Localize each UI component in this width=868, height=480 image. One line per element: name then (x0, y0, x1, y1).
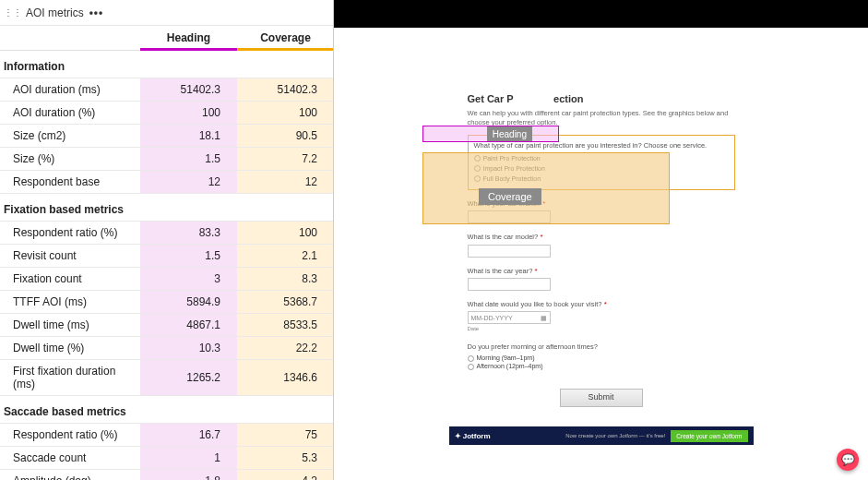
metric-label: AOI duration (%) (0, 102, 140, 125)
metric-value-coverage: 8533.5 (237, 314, 334, 337)
field-car-model: What is the car model? * (468, 233, 735, 257)
col-header-heading[interactable]: Heading (140, 26, 237, 51)
metric-label: Revisit count (0, 245, 140, 268)
metric-value-heading: 1 (140, 447, 237, 470)
metric-value-coverage: 75 (237, 424, 334, 447)
date-hint: Date (468, 326, 735, 333)
label-car-year: What is the car year? (468, 267, 533, 275)
field-car-year: What is the car year? * (468, 267, 735, 291)
metric-value-heading: 4867.1 (140, 314, 237, 337)
metric-label: Size (cm2) (0, 125, 140, 148)
field-visit-date: What date would you like to book your vi… (468, 300, 735, 333)
jotform-text: Now create your own Jotform — it's free! (565, 433, 665, 438)
metric-value-coverage: 12 (237, 171, 334, 194)
calendar-icon[interactable]: ▦ (541, 314, 547, 322)
metric-value-heading: 1.8 (140, 470, 237, 481)
metric-label: Size (%) (0, 148, 140, 171)
metric-value-coverage: 8.3 (237, 268, 334, 291)
metric-value-coverage: 7.2 (237, 148, 334, 171)
drag-handle-icon[interactable]: ⋮⋮ (4, 7, 22, 18)
jotform-cta-button[interactable]: Create your own Jotform (671, 430, 747, 442)
input-visit-date[interactable]: MM-DD-YYYY ▦ (468, 311, 551, 324)
panel-header: ⋮⋮ AOI metrics ••• (0, 0, 333, 26)
time-opt-1[interactable]: Morning (9am–1pm) (468, 354, 735, 362)
submit-button[interactable]: Submit (560, 389, 643, 407)
metric-value-heading: 5894.9 (140, 291, 237, 314)
col-header-coverage[interactable]: Coverage (237, 26, 334, 51)
metric-value-heading: 16.7 (140, 424, 237, 447)
metric-value-heading: 1.5 (140, 245, 237, 268)
panel-more-button[interactable]: ••• (89, 6, 104, 19)
label-visit-date: What date would you like to book your vi… (468, 300, 602, 308)
metrics-table: Heading Coverage InformationAOI duration… (0, 26, 334, 480)
metric-label: Fixation count (0, 268, 140, 291)
input-car-year[interactable] (468, 278, 551, 291)
date-placeholder: MM-DD-YYYY (471, 314, 513, 322)
metric-label: Respondent base (0, 171, 140, 194)
metric-value-coverage: 51402.3 (237, 78, 334, 102)
metric-value-heading: 83.3 (140, 222, 237, 245)
metric-value-heading: 3 (140, 268, 237, 291)
metric-value-coverage: 5368.7 (237, 291, 334, 314)
metric-value-coverage: 22.2 (237, 337, 334, 360)
jotform-banner: ✦ Jotform Now create your own Jotform — … (449, 426, 754, 445)
metric-value-coverage: 4.2 (237, 470, 334, 481)
metric-label: First fixation duration (ms) (0, 360, 140, 396)
metric-label: Amplitude (deg) (0, 470, 140, 481)
heading-text-right: ection (553, 92, 583, 105)
jotform-logo: ✦ Jotform (455, 432, 491, 440)
aoi-tag-coverage: Coverage (479, 188, 541, 205)
metric-value-heading: 18.1 (140, 125, 237, 148)
stimulus-preview: Get Car P Heading ection We can help you… (334, 0, 868, 480)
metric-value-heading: 12 (140, 171, 237, 194)
section-title: Fixation based metrics (0, 194, 140, 222)
chat-fab-button[interactable]: 💬 (837, 449, 859, 471)
input-car-model[interactable] (468, 245, 551, 258)
metric-value-coverage: 90.5 (237, 125, 334, 148)
metric-value-coverage: 100 (237, 222, 334, 245)
chat-icon: 💬 (841, 453, 855, 466)
preview-canvas: Get Car P Heading ection We can help you… (334, 28, 868, 480)
section-title: Information (0, 51, 140, 78)
panel-title: AOI metrics (26, 6, 84, 19)
label-car-model: What is the car model? (468, 233, 539, 241)
time-opt-2[interactable]: Afternoon (12pm–4pm) (468, 362, 735, 370)
col-header-metric (0, 26, 140, 51)
metric-value-heading: 1265.2 (140, 360, 237, 396)
metric-label: TTFF AOI (ms) (0, 291, 140, 314)
aoi-metrics-panel: ⋮⋮ AOI metrics ••• Heading Coverage Info… (0, 0, 334, 480)
aoi-tag-heading: Heading (487, 126, 532, 141)
metric-value-coverage: 100 (237, 102, 334, 125)
heading-text-left: Get Car P (468, 92, 514, 105)
form-subheading: We can help you with different car paint… (468, 109, 735, 127)
metric-value-coverage: 2.1 (237, 245, 334, 268)
metric-value-heading: 100 (140, 102, 237, 125)
metric-value-heading: 10.3 (140, 337, 237, 360)
metric-value-heading: 51402.3 (140, 78, 237, 102)
metric-label: Dwell time (%) (0, 337, 140, 360)
aoi-overlay-heading[interactable]: Heading (422, 126, 559, 142)
metric-value-coverage: 1346.6 (237, 360, 334, 396)
q1-label: What type of car paint protection are yo… (474, 141, 729, 150)
section-title: Saccade based metrics (0, 396, 140, 424)
metric-value-coverage: 5.3 (237, 447, 334, 470)
preview-top-bar (334, 0, 868, 28)
metric-label: AOI duration (ms) (0, 78, 140, 102)
metric-label: Respondent ratio (%) (0, 222, 140, 245)
metric-label: Saccade count (0, 447, 140, 470)
aoi-overlay-coverage[interactable]: Coverage (422, 152, 670, 224)
label-time-pref: Do you prefer morning or afternoon times… (468, 342, 735, 352)
metric-label: Respondent ratio (%) (0, 424, 140, 447)
metric-value-heading: 1.5 (140, 148, 237, 171)
metric-label: Dwell time (ms) (0, 314, 140, 337)
form-heading: Get Car P Heading ection (468, 92, 735, 105)
field-time-pref: Do you prefer morning or afternoon times… (468, 342, 735, 370)
